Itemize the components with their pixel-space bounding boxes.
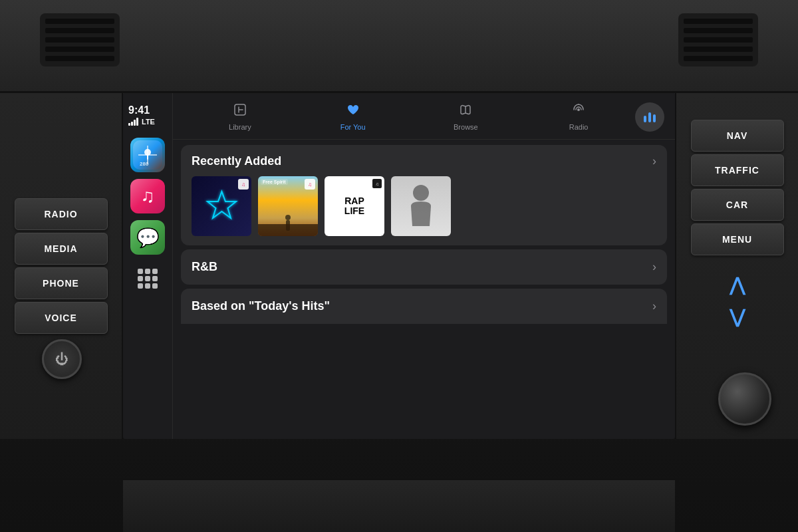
left-panel: RADIO MEDIA PHONE VOICE ⏻ bbox=[0, 93, 123, 439]
signal-icon bbox=[128, 118, 138, 126]
album-rap-life[interactable]: RAPLIFE ♫ bbox=[325, 176, 384, 236]
equalizer-icon bbox=[642, 109, 658, 125]
star-svg bbox=[203, 188, 240, 225]
dash-top bbox=[0, 0, 798, 93]
todays-hits-section[interactable]: Based on "Today's Hits" › bbox=[181, 289, 667, 324]
apple-music-badge-3: ♫ bbox=[372, 179, 382, 188]
tab-library[interactable]: Library bbox=[184, 100, 297, 134]
vent-slot bbox=[45, 47, 114, 52]
right-knob[interactable] bbox=[718, 372, 771, 426]
vent-slot bbox=[684, 37, 753, 43]
browse-icon bbox=[458, 102, 473, 120]
scroll-buttons: ⋀ ⋁ bbox=[718, 271, 757, 330]
apple-music-badge-2: ♫ bbox=[305, 179, 315, 190]
scroll-down-button[interactable]: ⋁ bbox=[718, 303, 757, 330]
todays-hits-title: Based on "Today's Hits" bbox=[192, 299, 330, 313]
vent-slot bbox=[684, 47, 753, 52]
radio-button[interactable]: RADIO bbox=[15, 198, 108, 230]
maps-svg: 280 bbox=[133, 140, 162, 170]
recently-added-header: Recently Added › bbox=[192, 154, 656, 168]
library-icon bbox=[233, 102, 247, 120]
main-screen: 9:41 LTE bbox=[123, 93, 675, 439]
clock: 9:41 bbox=[128, 104, 150, 116]
rap-life-text: RAPLIFE bbox=[344, 196, 364, 217]
svg-rect-5 bbox=[644, 116, 646, 122]
person-silhouette bbox=[404, 183, 438, 229]
dashboard: RADIO MEDIA PHONE VOICE ⏻ NAV TRAFFIC CA… bbox=[0, 0, 798, 532]
maps-app-icon[interactable]: 280 bbox=[130, 138, 165, 172]
vent-slot bbox=[684, 19, 753, 24]
section-list: Recently Added › bbox=[173, 140, 675, 439]
album-free-spirit[interactable]: Free Spirit ♫ bbox=[258, 176, 318, 236]
rnb-chevron[interactable]: › bbox=[652, 260, 656, 274]
right-panel: NAV TRAFFIC CAR MENU ⋀ ⋁ bbox=[675, 93, 798, 439]
music-app-icon[interactable]: ♫ bbox=[130, 179, 165, 213]
rnb-section[interactable]: R&B › bbox=[181, 249, 667, 285]
rnb-title: R&B bbox=[192, 260, 217, 274]
network-label: LTE bbox=[142, 118, 155, 126]
library-label: Library bbox=[229, 123, 251, 131]
svg-rect-6 bbox=[648, 112, 651, 122]
voice-button[interactable]: VOICE bbox=[15, 302, 108, 334]
vent-left bbox=[40, 13, 120, 66]
free-spirit-label: Free Spirit bbox=[261, 179, 288, 185]
car-button[interactable]: CAR bbox=[691, 189, 784, 221]
vent-slot bbox=[684, 28, 753, 33]
for-you-label: For You bbox=[340, 123, 366, 131]
svg-marker-8 bbox=[207, 192, 236, 218]
tab-browse[interactable]: Browse bbox=[410, 100, 523, 134]
browse-label: Browse bbox=[454, 123, 478, 131]
recently-added-chevron[interactable]: › bbox=[652, 154, 656, 168]
vent-slot bbox=[45, 19, 114, 24]
vent-slot bbox=[45, 28, 114, 33]
radio-icon bbox=[571, 102, 586, 120]
traffic-button[interactable]: TRAFFIC bbox=[691, 154, 784, 186]
all-apps-icon[interactable] bbox=[130, 261, 165, 296]
album-star[interactable]: ♫ bbox=[192, 176, 251, 236]
recently-added-title: Recently Added bbox=[192, 154, 281, 168]
todays-hits-chevron[interactable]: › bbox=[652, 299, 656, 313]
power-button[interactable]: ⏻ bbox=[42, 339, 82, 379]
svg-point-4 bbox=[577, 108, 580, 111]
music-note-icon: ♫ bbox=[141, 186, 155, 207]
message-bubble-icon: 💬 bbox=[136, 227, 160, 249]
svg-text:280: 280 bbox=[140, 161, 149, 167]
svg-rect-7 bbox=[653, 114, 656, 122]
svg-point-9 bbox=[413, 185, 429, 201]
phone-button[interactable]: PHONE bbox=[15, 267, 108, 299]
heart-icon bbox=[346, 102, 360, 120]
vent-slot bbox=[45, 56, 114, 61]
apple-music-badge: ♫ bbox=[238, 179, 249, 190]
tab-bar: Library For You bbox=[173, 93, 675, 140]
content-area: Library For You bbox=[173, 93, 675, 439]
app-sidebar: 9:41 LTE bbox=[123, 93, 173, 439]
menu-button[interactable]: MENU bbox=[691, 223, 784, 255]
vent-slot bbox=[684, 56, 753, 61]
scroll-up-button[interactable]: ⋀ bbox=[718, 271, 757, 298]
grid-icon bbox=[135, 266, 160, 291]
tab-radio[interactable]: Radio bbox=[522, 100, 635, 134]
status-bar: 9:41 LTE bbox=[123, 104, 172, 126]
maps-icon-inner: 280 bbox=[130, 138, 165, 172]
vent-right bbox=[678, 13, 758, 66]
radio-label: Radio bbox=[569, 123, 589, 131]
bottom-area bbox=[123, 479, 675, 532]
album-row: ♫ bbox=[192, 176, 656, 236]
nav-button[interactable]: NAV bbox=[691, 120, 784, 152]
now-playing-button[interactable] bbox=[635, 102, 664, 132]
media-button[interactable]: MEDIA bbox=[15, 233, 108, 265]
album-silhouette[interactable] bbox=[391, 176, 451, 236]
left-bottom: ⏻ bbox=[0, 332, 123, 386]
tab-for-you[interactable]: For You bbox=[297, 100, 410, 134]
messages-app-icon[interactable]: 💬 bbox=[130, 220, 165, 255]
vent-slot bbox=[45, 37, 114, 43]
signal-row: LTE bbox=[128, 118, 155, 126]
recently-added-section: Recently Added › bbox=[181, 145, 667, 245]
